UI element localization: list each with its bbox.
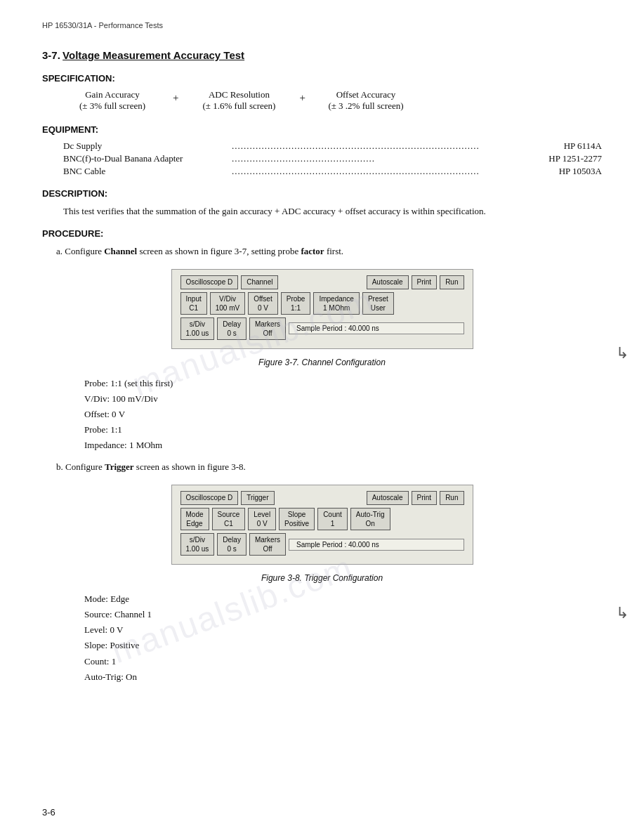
sample-period-2: Sample Period : 40.000 ns <box>289 539 464 551</box>
spec-offset-line1: Offset Accuracy <box>336 89 396 100</box>
list-item: Dc Supply ..............................… <box>63 140 602 152</box>
equip-name-2: BNC(f)-to-Dual Banana Adapter <box>63 153 232 164</box>
spec-plus-1: + <box>169 91 183 104</box>
equip-dots-1: ........................................… <box>232 140 560 152</box>
autotrig-btn[interactable]: Auto-TrigOn <box>350 508 390 530</box>
impedance-btn[interactable]: Impedance1 MOhm <box>313 292 359 315</box>
markers-btn-2[interactable]: MarkersOff <box>249 533 286 556</box>
vdiv-btn[interactable]: V/Div100 mV <box>210 292 245 315</box>
slope-btn[interactable]: SlopePositive <box>279 508 315 530</box>
ui-row-1b: Oscilloscope D Trigger Autoscale Print R… <box>180 491 464 505</box>
list-item: BNC(f)-to-Dual Banana Adapter ..........… <box>63 153 602 164</box>
arrow-right-1: ↳ <box>616 344 629 362</box>
equip-num-3: HP 10503A <box>559 166 602 177</box>
step-b-bold: Trigger <box>105 461 134 472</box>
equip-dots-3: ........................................… <box>232 166 555 177</box>
figure-3-8-panel: Oscilloscope D Trigger Autoscale Print R… <box>171 485 473 565</box>
description-label: DESCRIPTION: <box>42 188 602 199</box>
section-title: Voltage Measurement Accuracy Test <box>63 49 244 61</box>
equip-num-1: HP 6114A <box>564 140 602 152</box>
source-btn[interactable]: SourceC1 <box>212 508 246 530</box>
equipment-label: EQUIPMENT: <box>42 124 602 135</box>
figure-3-7-panel: Oscilloscope D Channel Autoscale Print R… <box>171 269 473 349</box>
print-btn-1[interactable]: Print <box>412 275 438 289</box>
ui-row-2: InputC1 V/Div100 mV Offset0 V Probe1:1 I… <box>180 292 464 315</box>
step-a-bold2: factor <box>301 246 324 256</box>
trigger-btn[interactable]: Trigger <box>241 491 274 505</box>
arrow-right-2: ↳ <box>616 604 629 622</box>
autoscale-btn-2[interactable]: Autoscale <box>367 491 409 505</box>
setting-item: Impedance: 1 MOhm <box>84 438 602 453</box>
spec-gain-line2: (± 3% full screen) <box>79 100 145 112</box>
level-btn[interactable]: Level0 V <box>248 508 276 530</box>
setting-item: Count: 1 <box>84 654 602 669</box>
procedure-step-b: b. Configure Trigger screen as shown in … <box>56 460 602 475</box>
page-number: 3-6 <box>42 807 55 818</box>
count-btn[interactable]: Count1 <box>317 508 348 530</box>
ui-row-1: Oscilloscope D Channel Autoscale Print R… <box>180 275 464 289</box>
sdiv-btn-1[interactable]: s/Div1.00 us <box>180 317 215 340</box>
header: HP 16530/31A - Performance Tests <box>42 21 602 29</box>
ui-row-3b: s/Div1.00 us Delay0 s MarkersOff Sample … <box>180 533 464 556</box>
procedure-label: PROCEDURE: <box>42 228 602 239</box>
spec-col-1: Gain Accuracy (± 3% full screen) <box>70 89 155 112</box>
settings-list-1: Probe: 1:1 (set this first) V/Div: 100 m… <box>84 376 602 453</box>
run-btn-1[interactable]: Run <box>440 275 464 289</box>
step-a-suffix: screen as shown in figure 3-7, setting p… <box>137 246 301 256</box>
spec-col-2: ADC Resolution (± 1.6% full screen) <box>197 89 281 112</box>
setting-item: Level: 0 V <box>84 622 602 638</box>
equip-num-2: HP 1251-2277 <box>548 153 602 164</box>
figure-3-8-caption: Figure 3-8. Trigger Configuration <box>42 573 602 583</box>
setting-item: Offset: 0 V <box>84 407 602 422</box>
spec-col-3: Offset Accuracy (± 3 .2% full screen) <box>324 89 408 112</box>
figure-3-7-caption: Figure 3-7. Channel Configuration <box>42 358 602 367</box>
step-a-bold: Channel <box>104 246 137 256</box>
step-b-suffix: screen as shown in figure 3-8. <box>134 461 246 472</box>
specification-label: SPECIFICATION: <box>42 73 602 84</box>
osc-d-btn-2[interactable]: Oscilloscope D <box>180 491 239 505</box>
equip-name-3: BNC Cable <box>63 166 232 177</box>
run-btn-2[interactable]: Run <box>440 491 464 505</box>
section-num: 3-7. <box>42 49 60 61</box>
sdiv-btn-2[interactable]: s/Div1.00 us <box>180 533 215 556</box>
step-b-prefix: b. Configure <box>56 461 105 472</box>
list-item: BNC Cable ..............................… <box>63 166 602 177</box>
spec-plus-2: + <box>295 91 309 104</box>
page: HP 16530/31A - Performance Tests 3-7. Vo… <box>0 0 644 833</box>
autoscale-btn-1[interactable]: Autoscale <box>367 275 409 289</box>
markers-btn-1[interactable]: MarkersOff <box>249 317 286 340</box>
setting-item: Source: Channel 1 <box>84 607 602 622</box>
ui-row-2b: ModeEdge SourceC1 Level0 V SlopePositive… <box>180 508 464 530</box>
osc-d-btn-1[interactable]: Oscilloscope D <box>180 275 239 289</box>
equipment-list: Dc Supply ..............................… <box>63 140 602 177</box>
ui-row-3: s/Div1.00 us Delay0 s MarkersOff Sample … <box>180 317 464 340</box>
offset-btn-1[interactable]: Offset0 V <box>248 292 278 315</box>
setting-item: V/Div: 100 mV/Div <box>84 391 602 407</box>
step-a-prefix: a. Configure <box>56 246 104 256</box>
description-text: This test verifies that the summation of… <box>63 204 602 218</box>
delay-btn-2[interactable]: Delay0 s <box>217 533 247 556</box>
settings-list-2: Mode: Edge Source: Channel 1 Level: 0 V … <box>84 591 602 685</box>
setting-item: Probe: 1:1 <box>84 422 602 438</box>
channel-btn[interactable]: Channel <box>241 275 278 289</box>
delay-btn-1[interactable]: Delay0 s <box>217 317 247 340</box>
mode-btn[interactable]: ModeEdge <box>180 508 209 530</box>
setting-item: Mode: Edge <box>84 591 602 607</box>
input-btn[interactable]: InputC1 <box>180 292 207 315</box>
preset-btn[interactable]: PresetUser <box>362 292 394 315</box>
sample-period-1: Sample Period : 40.000 ns <box>289 322 464 334</box>
setting-item: Probe: 1:1 (set this first) <box>84 376 602 391</box>
spec-gain-line1: Gain Accuracy <box>85 89 140 100</box>
step-a-suffix2: first. <box>324 246 343 256</box>
procedure-step-a: a. Configure Channel screen as shown in … <box>56 244 602 259</box>
spec-offset-line2: (± 3 .2% full screen) <box>328 100 403 112</box>
equip-name-1: Dc Supply <box>63 140 232 152</box>
setting-item: Auto-Trig: On <box>84 669 602 685</box>
equip-dots-2: ........................................… <box>232 153 544 164</box>
setting-item: Slope: Positive <box>84 638 602 653</box>
print-btn-2[interactable]: Print <box>412 491 438 505</box>
specification-table: Gain Accuracy (± 3% full screen) + ADC R… <box>70 89 602 112</box>
spec-adc-line2: (± 1.6% full screen) <box>203 100 276 112</box>
probe-btn-1[interactable]: Probe1:1 <box>281 292 311 315</box>
spec-adc-line1: ADC Resolution <box>209 89 270 100</box>
